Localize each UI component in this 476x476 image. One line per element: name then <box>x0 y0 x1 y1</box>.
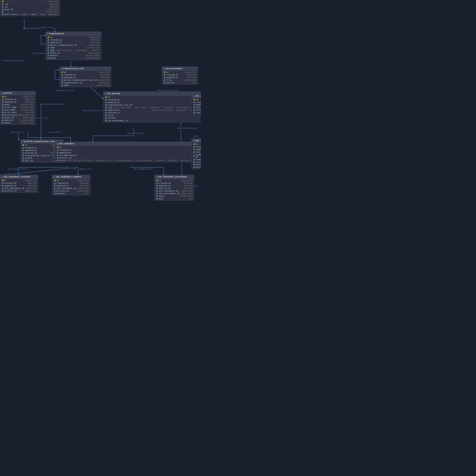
table-row: 🔗 content <box>192 111 201 114</box>
table-row: 🔗 updated_atdatetime <box>52 185 90 187</box>
pk-icon: 🔑 <box>47 36 49 38</box>
table-row: 🔑 idbigint(20) <box>162 71 198 74</box>
table-title: job_opening <box>107 92 120 95</box>
fk-icon: 🔗 <box>163 82 166 84</box>
table-icon: ⊞ <box>2 176 3 178</box>
fk-icon: 🔗 <box>47 50 49 51</box>
fk-icon: 🔗 <box>22 155 24 157</box>
table-row: 🔗 contenttext <box>52 192 90 195</box>
pk-icon: 🔑 <box>22 144 24 146</box>
fk-icon: 🔗 <box>22 152 24 154</box>
table-profile: ⊞ profile 🔑 idbigint(20) 🔗 created_atdat… <box>0 91 36 125</box>
table-row: 🔗 created_atdatetime <box>60 74 111 76</box>
label-jc-id-2: job_candidate_id:id <box>72 168 92 170</box>
fk-icon: 🔗 <box>193 104 195 106</box>
fk-icon: 🔗 <box>2 101 4 103</box>
table-row: 🔗 job_candidate_idbigint(20) <box>52 187 90 190</box>
fk-icon: 🔗 <box>105 107 107 109</box>
fk-icon: 🔗 <box>105 115 107 117</box>
fk-icon: 🔗 <box>193 106 195 109</box>
table-row: 🔑 bigint(20) <box>0 0 60 3</box>
fk-icon: 🔗 <box>156 195 158 197</box>
fk-icon: 🔗 <box>2 182 4 184</box>
table-row: 🔗 type en <box>192 153 201 158</box>
table-row: 🔗 experienceenum('junior_level', 'mid_le… <box>103 109 201 112</box>
fk-icon: 🔗 <box>193 159 195 161</box>
fk-icon: 🔗 <box>193 166 195 169</box>
table-row: 🔗 contenttext <box>103 117 201 119</box>
table-job-candidate-assessment: ⊞ job_candidate_assessment 🔑 idbigint(20… <box>154 175 194 201</box>
table-organization-role-body: 🔑 idbigint(20) 🔗 created_atdatetime 🔗 up… <box>60 71 111 87</box>
fk-icon: 🔗 <box>156 182 158 184</box>
table-row: 🔗 content <box>192 163 201 166</box>
table-job-assessment-body: 🔑 idbigint(20) 🔗 created_atdatetime 🔗 up… <box>162 71 198 85</box>
fk-icon: 🔗 <box>2 3 4 5</box>
pk-icon: 🔑 <box>2 1 4 3</box>
label-profile-id-1: profile_id:id <box>10 132 24 133</box>
fk-icon: 🔗 <box>56 154 59 156</box>
table-row: 🔗 profile_idbigint(20) <box>0 190 38 192</box>
table-row: 🔗 required <box>192 158 201 161</box>
table-title: organization <box>49 33 64 35</box>
fk-icon: 🔗 <box>61 79 63 81</box>
fk-icon: 🔗 <box>2 114 4 116</box>
table-row: 🔗 job_candidate_idbigint(20) <box>0 187 38 190</box>
table-row: 🔗 profile_idbigint(20) <box>52 190 90 192</box>
label-profile-id-2: profile_id:id <box>47 132 61 133</box>
table-job-assessment-partial-body: 🔑 id 🔗 created_at 🔗 updated_at 🔗 job_ass… <box>192 98 201 114</box>
table-place-partial: 🔑 bigint(20) 🔗 _at datetime 🔗 _at dateti… <box>0 0 60 16</box>
fk-icon: 🔗 <box>156 193 158 195</box>
table-row: 🔗 lace_id bigint(20) <box>0 8 60 11</box>
table-row: 🔗 emailvarchar(200) <box>0 103 35 106</box>
table-row: 🔗 namevarchar(200) <box>46 47 101 49</box>
table-row: 🔗 created_at <box>192 146 201 148</box>
table-row: 🔗 data <box>192 166 201 169</box>
fk-icon: 🔗 <box>2 190 4 192</box>
fk-icon: 🔗 <box>2 185 4 187</box>
fk-icon: 🔗 <box>2 187 4 189</box>
table-row: 🔗 place_idbigint(20) <box>0 116 35 119</box>
fk-icon: 🔗 <box>2 13 4 16</box>
fk-icon: 🔗 <box>47 44 49 46</box>
label-birth-place: birth@_place_id:id:id <box>2 60 24 62</box>
table-job-candidate-header: ⊞ job_candidate <box>55 142 201 146</box>
table-row: 🔗 datajson <box>154 197 194 200</box>
fk-icon: 🔗 <box>56 160 59 162</box>
table-row: 🔗 updated_at <box>192 148 201 151</box>
fk-icon: 🔗 <box>193 112 195 114</box>
label-job-opening-id: job_opening_id:id <box>126 132 144 134</box>
table-row: 🔗 titlevarchar(200) <box>162 79 198 82</box>
table-profile-body: 🔑 idbigint(20) 🔗 created_atdatetime 🔗 up… <box>0 95 35 125</box>
fk-icon: 🔗 <box>54 182 56 184</box>
table-row: 🔑 id <box>192 98 201 101</box>
table-icon: ⊞ <box>22 140 23 143</box>
table-job-assessment-q: ⊞ job_assess_q 🔑 id 🔗 created_at 🔗 updat… <box>191 138 201 169</box>
table-job-assessment-header: ⊞ job_assessment <box>162 67 198 71</box>
table-row: 🔗 birth_datedatetime <box>0 111 35 114</box>
table-row: 🔗 phonevarchar(200) <box>0 122 35 124</box>
table-place-partial-body: 🔑 bigint(20) 🔗 _at datetime 🔗 _at dateti… <box>0 0 60 16</box>
fk-icon: 🔗 <box>2 117 4 119</box>
table-job-assessment-partial-header: ⊞ job_assess... <box>192 94 201 98</box>
table-organization-header: ⊞ organization <box>46 32 101 36</box>
table-job-opening: ⊞ job_opening 🔑 idbigint(20) 🔗 created_a… <box>103 91 201 122</box>
fk-icon: 🔗 <box>22 160 24 162</box>
table-row: 🔗 enum('country', 'state', 'region', 'ci… <box>0 13 60 16</box>
table-row: 🔗 job_candidate_idbigint(20) <box>154 190 194 192</box>
table-job-assessment: ⊞ job_assessment 🔑 idbigint(20) 🔗 create… <box>162 67 198 85</box>
table-title: profile_organization_role <box>24 140 55 143</box>
fk-icon: 🔗 <box>47 39 49 41</box>
fk-icon: 🔗 <box>2 109 4 111</box>
fk-icon: 🔗 <box>193 151 195 153</box>
table-row: 🔗 title <box>192 109 201 111</box>
table-icon: ⊞ <box>47 33 48 35</box>
table-row: 🔗 titlevarchar(200) <box>103 114 201 117</box>
fk-icon: 🔗 <box>2 122 4 124</box>
fk-icon: 🔗 <box>2 11 4 13</box>
pk-icon: 🔑 <box>105 96 107 98</box>
pk-icon: 🔑 <box>2 180 4 182</box>
fk-icon: 🔗 <box>2 119 4 121</box>
fk-icon: 🔗 <box>2 112 4 114</box>
table-job-candidate-reviewer-header: ⊞ job_candidate_reviewer <box>0 175 38 179</box>
table-organization-role: ⊞ organization_role 🔑 idbigint(20) 🔗 cre… <box>60 67 111 87</box>
